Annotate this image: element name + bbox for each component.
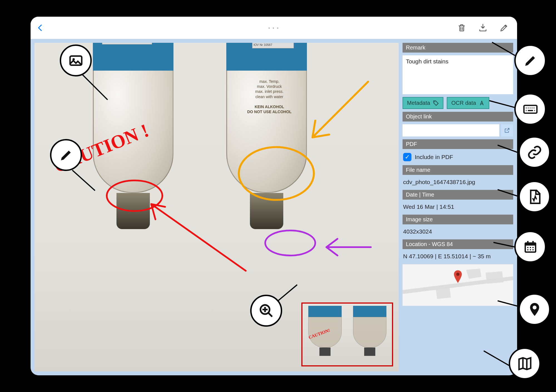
- svg-point-2: [265, 230, 315, 255]
- filename-header: File name: [403, 165, 513, 175]
- datetime-header: Date | Time: [403, 190, 513, 200]
- content-row: K 1/6-0.5M022 1015 Typ IF 1/8Serie 3478I…: [31, 39, 517, 375]
- svg-point-17: [527, 247, 528, 248]
- callout-link-icon: [518, 136, 550, 168]
- svg-point-21: [530, 249, 531, 250]
- callout-keyboard-icon: [514, 93, 546, 125]
- back-button[interactable]: [36, 24, 44, 32]
- metadata-chip-label: Metadata: [407, 100, 430, 106]
- bowl-label-noalc: DO NOT USE ALCOHOL: [247, 110, 292, 114]
- ocrdata-chip-label: OCR data: [451, 100, 476, 106]
- datetime-value: Wed 16 Mar | 14:51: [403, 202, 513, 212]
- callout-pencil-icon: [50, 139, 82, 171]
- svg-point-20: [527, 249, 528, 250]
- tablet-frame: • • • K 1/6-0.5M022: [19, 6, 528, 386]
- edit-icon[interactable]: [499, 23, 509, 33]
- map-pin-icon: [453, 270, 463, 283]
- bowl-label-vordruck: max. Vordruck: [257, 84, 282, 89]
- include-pdf-label: Include in PDF: [415, 154, 453, 160]
- bowl-label-kein: KEIN ALKOHOL: [255, 105, 284, 109]
- download-icon[interactable]: [478, 23, 488, 33]
- callout-location-icon: [518, 293, 550, 325]
- metadata-chip[interactable]: Metadata: [403, 97, 443, 109]
- trash-icon[interactable]: [457, 23, 466, 33]
- purple-arrow-annotation: [318, 232, 374, 262]
- svg-point-22: [532, 249, 534, 250]
- bowl-label-temp: max. Temp.: [259, 79, 279, 84]
- callout-image-icon: [60, 44, 92, 76]
- svg-rect-16: [526, 245, 535, 251]
- external-link-icon: [504, 127, 510, 133]
- include-pdf-checkbox[interactable]: ✓: [403, 153, 411, 161]
- imagesize-value: 4032x3024: [403, 227, 513, 237]
- location-value: N 47.10069 | E 15.51014 | ~ 35 m: [403, 252, 513, 261]
- bowl-label-clean: clean with water: [255, 95, 283, 99]
- tag-icon: [433, 100, 439, 106]
- objectlink-header: Object link: [403, 112, 513, 121]
- svg-point-19: [532, 247, 534, 248]
- svg-point-23: [533, 306, 537, 309]
- filename-value: cdv_photo_1647438716.jpg: [403, 178, 513, 187]
- pdf-header: PDF: [403, 139, 513, 149]
- orange-circle-annotation: [235, 140, 324, 207]
- svg-point-10: [456, 273, 459, 276]
- callout-pdf-icon: [518, 181, 550, 213]
- svg-point-1: [239, 147, 314, 200]
- drag-handle-dots: • • •: [268, 26, 279, 30]
- remark-textarea[interactable]: Tough dirt stains: [403, 55, 513, 94]
- ocrdata-chip[interactable]: OCR data: [447, 97, 489, 109]
- details-sidebar: Remark Tough dirt stains Metadata OCR da…: [403, 43, 513, 371]
- svg-point-5: [434, 101, 435, 102]
- callout-edit-icon: [514, 44, 546, 76]
- bowl-label-press: max. inlet press.: [255, 89, 284, 94]
- svg-point-18: [530, 247, 531, 248]
- objectlink-input[interactable]: [403, 124, 499, 137]
- location-header: Location - WGS 84: [403, 239, 513, 249]
- image-canvas[interactable]: K 1/6-0.5M022 1015 Typ IF 1/8Serie 3478I…: [34, 43, 399, 371]
- callout-zoom-icon: [250, 295, 282, 327]
- callout-map-icon: [509, 348, 541, 379]
- font-icon: [479, 100, 485, 106]
- topbar: • • •: [31, 17, 517, 39]
- map-preview[interactable]: [403, 264, 513, 306]
- purple-circle-annotation: [262, 226, 324, 262]
- imagesize-header: Image size: [403, 215, 513, 224]
- minimap[interactable]: CAUTION!: [301, 302, 393, 366]
- orange-arrow-annotation: [301, 76, 374, 148]
- callout-calendar-icon: [514, 231, 546, 263]
- open-link-button[interactable]: [501, 124, 513, 137]
- svg-rect-14: [524, 105, 537, 113]
